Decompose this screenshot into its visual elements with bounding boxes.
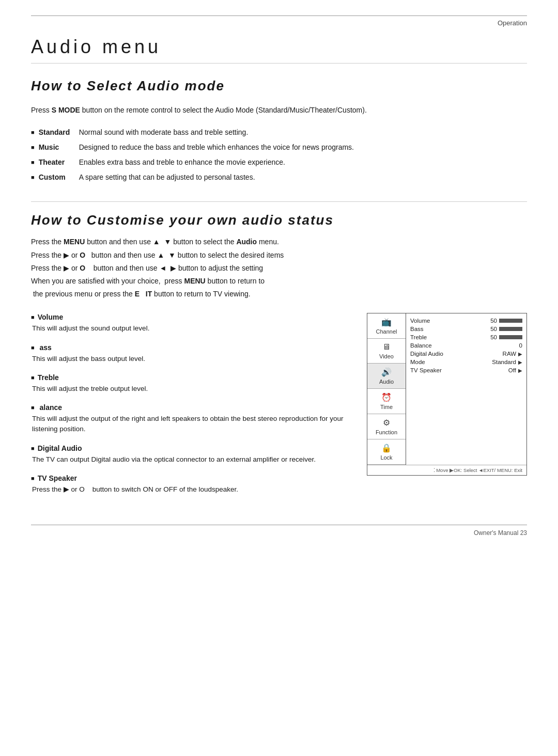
tv-menu: 📺 Channel 🖥 Video 🔊 Audio xyxy=(367,313,527,476)
tv-label-bass: Bass xyxy=(410,326,424,332)
sidebar-lock-label: Lock xyxy=(380,454,392,461)
mode-list: Standard Normal sound with moderate bass… xyxy=(31,127,527,183)
mode-desc-theater: Enables extra bass and treble to enhance… xyxy=(79,157,285,168)
tv-mode-value: Standard ▶ xyxy=(489,359,522,365)
tv-bar-bass: 50 xyxy=(487,326,522,332)
tv-row-bass: Bass 50 xyxy=(410,325,522,333)
subsection-volume-text: This will adjust the sound output level. xyxy=(31,323,351,334)
tv-speaker-value: Off ▶ xyxy=(505,367,522,373)
mode-desc-music: Designed to reduce the bass and treble w… xyxy=(79,142,354,153)
instruction-line-2: Press the ▶ or O button and then use ▲ ▼… xyxy=(31,249,527,262)
subsection-bass: ass This will adjust the bass output lev… xyxy=(31,343,351,364)
sidebar-time-label: Time xyxy=(380,404,393,410)
list-item: Standard Normal sound with moderate bass… xyxy=(31,127,527,138)
tv-value-balance: 0 xyxy=(519,342,522,349)
mode-label-music: Music xyxy=(39,142,75,153)
tv-label-tv-speaker: TV Speaker xyxy=(410,367,442,373)
audio-icon: 🔊 xyxy=(381,367,392,377)
function-icon: ⚙ xyxy=(383,418,390,428)
tv-bar-treble-fill xyxy=(499,335,522,339)
two-col-layout: Volume This will adjust the sound output… xyxy=(31,313,527,504)
subsection-balance-title: alance xyxy=(31,403,351,412)
subsection-digital-audio-text: The TV can output Digital audio via the … xyxy=(31,454,351,465)
section-label: Operation xyxy=(31,15,527,27)
section-divider xyxy=(31,201,527,202)
tv-value-bass: 50 xyxy=(490,326,497,332)
subsection-volume-title: Volume xyxy=(31,313,351,321)
tv-row-mode: Mode Standard ▶ xyxy=(410,358,522,366)
tv-bar-treble: 50 xyxy=(487,334,522,340)
tv-value-treble: 50 xyxy=(490,334,497,340)
page-footer: Owner's Manual 23 xyxy=(31,525,527,537)
tv-label-digital-audio: Digital Audio xyxy=(410,351,443,357)
section1-intro: Press S MODE button on the remote contro… xyxy=(31,104,527,116)
tv-value-tv-speaker: Off xyxy=(508,367,516,373)
tv-sidebar-function: ⚙ Function xyxy=(367,414,406,439)
sidebar-video-label: Video xyxy=(379,353,394,359)
subsection-tv-speaker-title: TV Speaker xyxy=(31,474,351,482)
subsection-tv-speaker-text: Press the ▶ or O button to switch ON or … xyxy=(31,484,351,495)
subsection-treble-text: This will adjust the treble output level… xyxy=(31,384,351,394)
tv-sidebar-lock: 🔒 Lock xyxy=(367,439,406,465)
tv-bar-bass-fill xyxy=(499,327,522,331)
mode-label-theater: Theater xyxy=(39,157,75,168)
tv-row-treble: Treble 50 xyxy=(410,333,522,341)
mode-label-custom: Custom xyxy=(39,172,75,183)
sidebar-function-label: Function xyxy=(376,429,397,435)
lock-icon: 🔒 xyxy=(381,443,392,453)
subsection-bass-text: This will adjust the bass output level. xyxy=(31,354,351,364)
tv-row-balance: Balance 0 xyxy=(410,341,522,350)
video-icon: 🖥 xyxy=(382,342,391,352)
tv-label-treble: Treble xyxy=(410,334,427,340)
tv-bar-volume-fill xyxy=(499,319,522,323)
tv-sidebar-audio: 🔊 Audio xyxy=(367,364,406,389)
subsection-treble-title: Treble xyxy=(31,373,351,382)
tv-label-balance: Balance xyxy=(410,342,432,349)
instruction-line-4: When you are satisfied with your choice,… xyxy=(31,275,527,288)
list-item: Custom A spare setting that can be adjus… xyxy=(31,172,527,183)
subsection-digital-audio-title: Digital Audio xyxy=(31,444,351,452)
section2-title: How to Customise your own audio status xyxy=(31,212,527,228)
tv-row-tv-speaker: TV Speaker Off ▶ xyxy=(410,366,522,374)
tv-arrow-tv-speaker: ▶ xyxy=(518,368,522,373)
subsection-treble: Treble This will adjust the treble outpu… xyxy=(31,373,351,394)
tv-menu-body: 📺 Channel 🖥 Video 🔊 Audio xyxy=(367,313,526,465)
sidebar-channel-label: Channel xyxy=(376,328,397,335)
subsection-digital-audio: Digital Audio The TV can output Digital … xyxy=(31,444,351,465)
instruction-line-5: the previous menu or press the E IT butt… xyxy=(31,288,527,301)
sidebar-audio-label: Audio xyxy=(379,379,394,385)
list-item: Music Designed to reduce the bass and tr… xyxy=(31,142,527,153)
tv-arrow-digital-audio: ▶ xyxy=(518,351,522,357)
tv-sidebar: 📺 Channel 🖥 Video 🔊 Audio xyxy=(367,313,406,465)
tv-footer: ⁚ Move ▶OK: Select ◄EXIT/ MENU: Exit xyxy=(367,465,526,475)
tv-sidebar-channel: 📺 Channel xyxy=(367,313,406,339)
tv-value-volume: 50 xyxy=(490,318,497,324)
subsection-bass-title: ass xyxy=(31,343,351,352)
instructions: Press the MENU button and then use ▲ ▼ b… xyxy=(31,235,527,301)
tv-sidebar-video: 🖥 Video xyxy=(367,339,406,364)
time-icon: ⏰ xyxy=(381,392,392,402)
footer-text: Owner's Manual 23 xyxy=(474,529,527,537)
tv-content: Volume 50 Bass 50 xyxy=(406,313,526,465)
page-title: Audio menu xyxy=(31,36,527,64)
tv-menu-mockup: 📺 Channel 🖥 Video 🔊 Audio xyxy=(367,313,527,476)
subsection-tv-speaker: TV Speaker Press the ▶ or O button to sw… xyxy=(31,474,351,495)
subsection-volume: Volume This will adjust the sound output… xyxy=(31,313,351,334)
tv-label-volume: Volume xyxy=(410,318,430,324)
tv-footer-text: ⁚ Move ▶OK: Select ◄EXIT/ MENU: Exit xyxy=(433,467,522,473)
tv-label-mode: Mode xyxy=(410,359,425,365)
tv-digital-audio-value: RAW ▶ xyxy=(500,351,522,357)
section2: How to Customise your own audio status P… xyxy=(31,212,527,504)
instruction-line-1: Press the MENU button and then use ▲ ▼ b… xyxy=(31,235,527,248)
header-section: Operation xyxy=(498,19,527,27)
tv-sidebar-time: ⏰ Time xyxy=(367,389,406,414)
channel-icon: 📺 xyxy=(381,317,392,327)
mode-label-standard: Standard xyxy=(39,127,75,138)
tv-value-mode: Standard xyxy=(492,359,516,365)
tv-row-volume: Volume 50 xyxy=(410,317,522,325)
section1-title: How to Select Audio mode xyxy=(31,78,527,94)
instruction-line-3: Press the ▶ or O button and then use ◄ ▶… xyxy=(31,262,527,275)
list-item: Theater Enables extra bass and treble to… xyxy=(31,157,527,168)
tv-value-digital-audio: RAW xyxy=(503,351,516,357)
tv-row-digital-audio: Digital Audio RAW ▶ xyxy=(410,350,522,358)
